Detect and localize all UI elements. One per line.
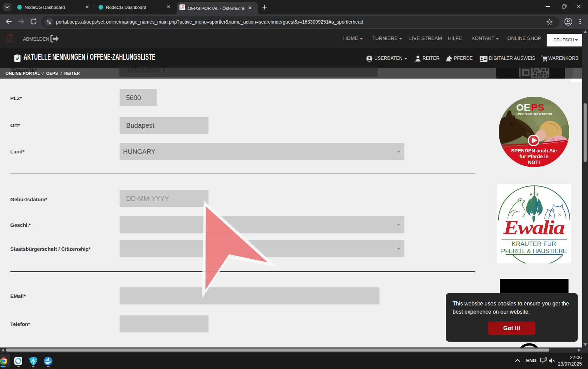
svg-text:SPENDEN auch Sie: SPENDEN auch Sie — [511, 148, 557, 153]
svg-text:OE: OE — [516, 102, 530, 113]
svg-text:Ewalia: Ewalia — [503, 217, 564, 238]
svg-text:KRÄUTER FÜR: KRÄUTER FÜR — [512, 241, 556, 247]
svg-text:PS: PS — [531, 102, 544, 113]
svg-text:PS: PS — [9, 40, 12, 43]
svg-text:OE: OE — [5, 40, 9, 43]
svg-text:UNSER PARTNER PFERD: UNSER PARTNER PFERD — [517, 112, 552, 116]
svg-text:PFERDE & HAUSTIERE: PFERDE & HAUSTIERE — [501, 248, 567, 255]
svg-text:NOT!: NOT! — [528, 160, 540, 165]
svg-text:für Pferde in: für Pferde in — [519, 154, 548, 159]
